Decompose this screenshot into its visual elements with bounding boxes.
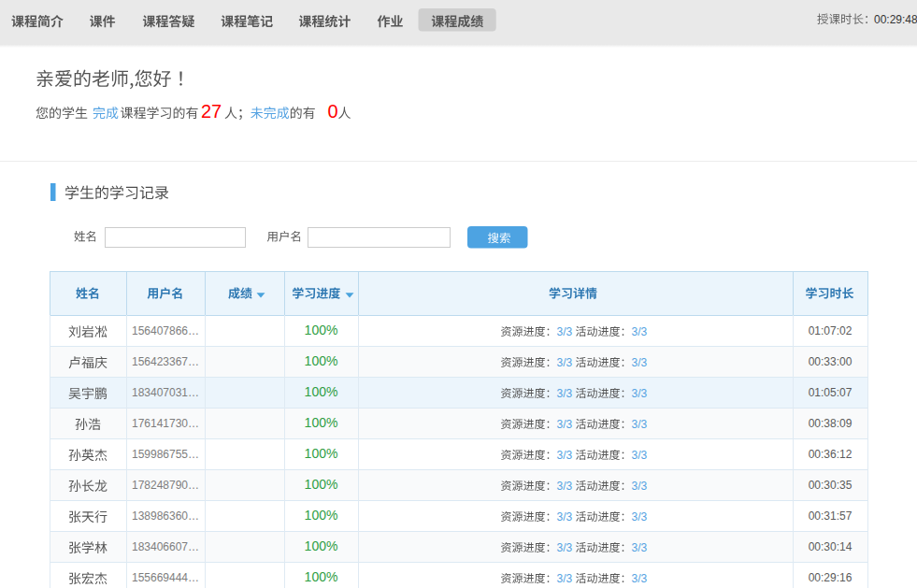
svg-text:183407031…: 183407031… bbox=[132, 386, 199, 399]
svg-text:00:33:00: 00:33:00 bbox=[809, 355, 853, 368]
svg-text:176141730…: 176141730… bbox=[132, 417, 199, 430]
svg-text:183406607…: 183406607… bbox=[132, 540, 199, 553]
svg-text:00:30:35: 00:30:35 bbox=[809, 479, 853, 492]
svg-text:27: 27 bbox=[201, 101, 222, 122]
svg-text:100%: 100% bbox=[305, 446, 338, 461]
svg-text:178248790…: 178248790… bbox=[132, 479, 199, 492]
svg-text:159986755…: 159986755… bbox=[132, 448, 199, 461]
svg-text:155669444…: 155669444… bbox=[132, 571, 199, 584]
svg-text:00:29:48: 00:29:48 bbox=[874, 13, 917, 26]
svg-text:100%: 100% bbox=[305, 538, 338, 553]
svg-text:01:05:07: 01:05:07 bbox=[809, 386, 853, 399]
svg-text:156423367…: 156423367… bbox=[132, 355, 199, 368]
svg-text:100%: 100% bbox=[305, 477, 338, 492]
svg-text:100%: 100% bbox=[305, 323, 338, 337]
svg-text:100%: 100% bbox=[305, 353, 338, 368]
svg-text:156407866…: 156407866… bbox=[132, 324, 199, 337]
svg-text:100%: 100% bbox=[305, 415, 338, 430]
svg-text:138986360…: 138986360… bbox=[132, 509, 199, 523]
svg-text:0: 0 bbox=[328, 101, 338, 122]
svg-text:00:36:12: 00:36:12 bbox=[809, 448, 853, 461]
svg-text:100%: 100% bbox=[305, 384, 338, 399]
svg-text:00:30:14: 00:30:14 bbox=[809, 540, 853, 553]
svg-text:100%: 100% bbox=[305, 508, 338, 523]
svg-text:01:07:02: 01:07:02 bbox=[809, 324, 853, 337]
svg-text:00:29:16: 00:29:16 bbox=[809, 571, 853, 584]
svg-text:00:38:09: 00:38:09 bbox=[809, 417, 853, 430]
svg-text:100%: 100% bbox=[305, 569, 338, 584]
svg-text:00:31:57: 00:31:57 bbox=[809, 509, 853, 523]
